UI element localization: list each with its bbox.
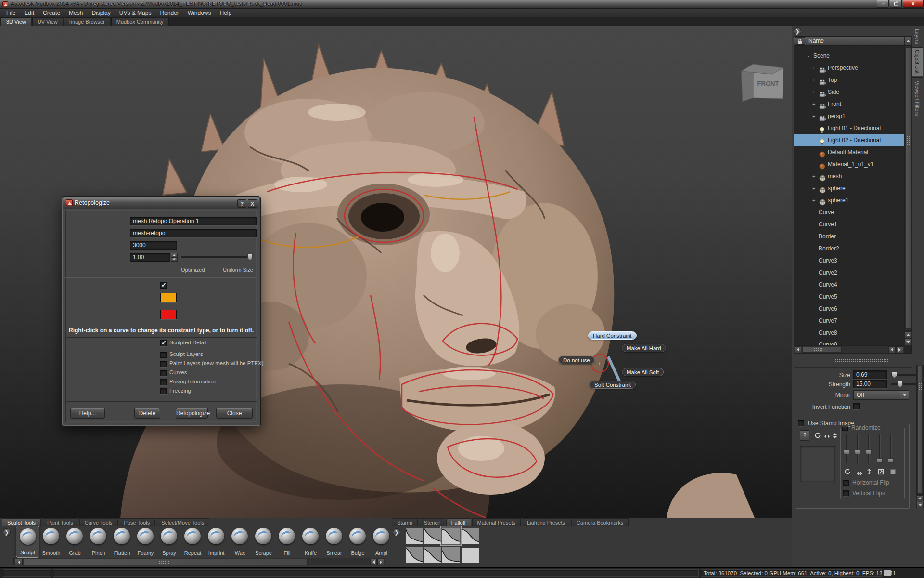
tool-wax[interactable]: Wax <box>228 526 252 558</box>
tree-item-perspective[interactable]: +Perspective <box>794 62 904 74</box>
mirror-dropdown-arrow[interactable] <box>900 391 909 399</box>
vertical-flip-checkbox[interactable] <box>843 490 849 496</box>
face-uniformity-spinner[interactable] <box>171 253 178 262</box>
menu-display[interactable]: Display <box>87 9 115 17</box>
menu-create[interactable]: Create <box>38 9 64 17</box>
soft-constraint-swatch[interactable] <box>160 293 177 302</box>
strength-field[interactable]: 15.00 <box>853 380 887 388</box>
tree-item-border[interactable]: Border <box>794 231 904 243</box>
stamp-rotate-icon[interactable] <box>814 432 821 441</box>
retopologize-button[interactable]: Retopologize <box>176 408 208 419</box>
expander-icon[interactable]: + <box>812 74 815 86</box>
tree-item-curve6[interactable]: Curve6 <box>794 303 904 315</box>
menu-help[interactable]: Help <box>216 9 236 17</box>
menu-windows[interactable]: Windows <box>183 9 216 17</box>
tree-scroll-left-button[interactable] <box>795 346 801 353</box>
tool-imprint[interactable]: Imprint <box>205 526 228 558</box>
transfer-checkbox-sculpted-detail[interactable] <box>160 340 167 346</box>
tree-item-curve3[interactable]: Curve3 <box>794 255 904 267</box>
expander-icon[interactable]: + <box>812 183 815 195</box>
falloff-preset-constant[interactable] <box>462 547 479 565</box>
properties-scrollbar[interactable] <box>916 365 924 495</box>
stamp-flip-vertical-icon[interactable] <box>832 432 838 441</box>
falloff-preset-late-decay[interactable] <box>406 547 423 565</box>
lock-button[interactable] <box>795 37 805 45</box>
tree-item-curve7[interactable]: Curve7 <box>794 315 904 327</box>
transfer-checkbox-freezing[interactable] <box>160 388 167 394</box>
stamp-preview[interactable] <box>800 446 835 482</box>
tree-item-default-material[interactable]: Default Material <box>794 146 904 158</box>
tray-tab-stamp[interactable]: Stamp <box>392 518 418 526</box>
tool-pinch[interactable]: Pinch <box>87 526 110 558</box>
tray-tab-paint-tools[interactable]: Paint Tools <box>42 518 78 526</box>
falloff-preset-smooth-decay[interactable] <box>424 528 441 546</box>
falloff-preset-s-curve[interactable] <box>442 528 460 546</box>
tree-item-persp1[interactable]: +persp1 <box>794 110 904 122</box>
tool-knife[interactable]: Knife <box>299 526 322 558</box>
tree-item-curve5[interactable]: Curve5 <box>794 291 904 303</box>
use-stamp-image-checkbox[interactable] <box>798 420 804 426</box>
tray-tab-lighting-presets[interactable]: Lighting Presets <box>522 518 570 526</box>
tree-item-border2[interactable]: Border2 <box>794 243 904 255</box>
tool-scroll-left-button[interactable] <box>15 559 23 565</box>
tray-tab-select-move-tools[interactable]: Select/Move Tools <box>156 518 209 526</box>
tree-item-curve[interactable]: Curve <box>794 207 904 219</box>
tree-item-light-02-directional[interactable]: Light 02 - Directional <box>794 134 904 146</box>
stamp-help-button[interactable]: ? <box>800 430 809 441</box>
tree-scroll-up-button-2[interactable] <box>904 331 912 338</box>
falloff-preset-steep-decay[interactable] <box>406 528 423 546</box>
marking-menu-hard-constraint[interactable]: Hard Constraint <box>588 331 637 340</box>
expander-icon[interactable]: - <box>808 50 809 62</box>
expander-icon[interactable]: + <box>812 110 815 122</box>
tool-fill[interactable]: Fill <box>275 526 299 558</box>
face-uniformity-field[interactable]: 1.00 <box>130 253 170 262</box>
expander-icon[interactable]: + <box>812 171 815 183</box>
close-dialog-button[interactable]: Close <box>216 408 253 419</box>
tool-bulge[interactable]: Bulge <box>346 526 370 558</box>
tree-scroll-right-button[interactable] <box>896 346 903 353</box>
tool-smear[interactable]: Smear <box>322 526 346 558</box>
stamp-flip-horizontal-icon[interactable] <box>824 433 830 441</box>
tray-tab-pose-tools[interactable]: Pose Tools <box>119 518 155 526</box>
tab-uv-view[interactable]: UV View <box>32 17 63 26</box>
properties-scroll-up-button[interactable] <box>916 495 924 501</box>
expander-icon[interactable]: + <box>812 62 815 74</box>
randomize-square-icon[interactable] <box>890 469 896 474</box>
tab-3d-view[interactable]: 3D View <box>1 17 31 26</box>
close-button[interactable]: x <box>903 0 924 8</box>
tool-grab[interactable]: Grab <box>63 526 87 558</box>
tool-scroll-left-button-2[interactable] <box>370 559 377 565</box>
tree-scroll-down-button[interactable] <box>904 339 912 345</box>
tool-tray-scrollbar[interactable] <box>13 558 385 565</box>
target-base-face-count-field[interactable]: 3000 <box>130 241 177 250</box>
operation-name-field[interactable]: mesh Retopo Operation 1 <box>130 217 257 225</box>
marking-menu-do-not-use[interactable]: Do not use <box>558 356 595 364</box>
expander-icon[interactable]: + <box>812 195 815 207</box>
randomize-scale-icon[interactable] <box>878 468 884 477</box>
size-field[interactable]: 0.69 <box>853 370 887 379</box>
randomize-rotate-icon[interactable] <box>844 468 851 477</box>
tree-item-curve9[interactable]: Curve9 <box>794 339 904 345</box>
tab-mudbox-community[interactable]: Mudbox Community <box>111 17 169 26</box>
falloff-preset-low-plateau[interactable] <box>442 547 460 565</box>
use-curves-checkbox[interactable] <box>160 282 167 289</box>
output-mesh-name-field[interactable]: mesh-retopo <box>130 229 257 237</box>
tree-item-top[interactable]: +Top <box>794 74 904 86</box>
face-uniformity-slider[interactable] <box>181 254 253 260</box>
menu-uvs-maps[interactable]: UVs & Maps <box>115 9 156 17</box>
invert-function-checkbox[interactable] <box>853 403 860 409</box>
menu-mesh[interactable]: Mesh <box>64 9 87 17</box>
tree-item-scene[interactable]: -Scene <box>794 50 904 62</box>
restore-button[interactable] <box>890 0 902 8</box>
tray-tab-material-presets[interactable]: Material Presets <box>472 518 521 526</box>
tab-image-browser[interactable]: Image Browser <box>64 17 110 26</box>
menu-render[interactable]: Render <box>155 9 183 17</box>
tree-item-curve1[interactable]: Curve1 <box>794 219 904 231</box>
tool-ampl[interactable]: Ampl <box>370 526 393 558</box>
falloff-preset-soft-s[interactable] <box>424 547 441 565</box>
side-tab-viewport-filters[interactable]: Viewport Filters <box>911 77 923 119</box>
tray-tab-camera-bookmarks[interactable]: Camera Bookmarks <box>571 518 629 526</box>
horizontal-flip-checkbox[interactable] <box>843 480 849 486</box>
tree-item-curve2[interactable]: Curve2 <box>794 267 904 279</box>
tree-item-mesh[interactable]: +mesh <box>794 171 904 183</box>
